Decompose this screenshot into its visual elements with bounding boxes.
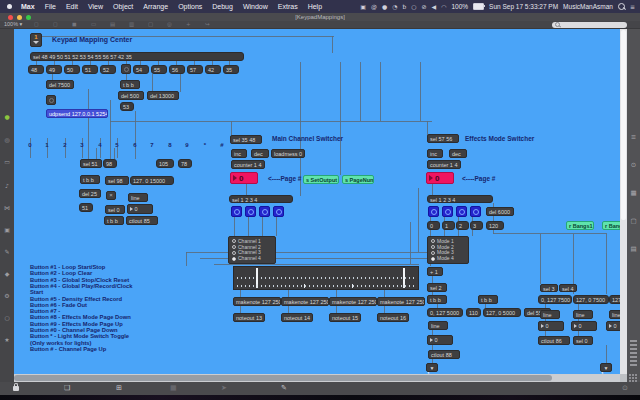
volume-icon[interactable]: ◀: [432, 3, 437, 10]
object-box-noteout-15[interactable]: noteout 15: [329, 313, 361, 322]
message-box-50[interactable]: 50: [64, 65, 80, 74]
power-icon[interactable]: ⊙: [622, 382, 628, 395]
message-box-54[interactable]: 54: [133, 65, 149, 74]
message-box-42[interactable]: 42: [205, 65, 221, 74]
grid-icon[interactable]: ▦: [170, 382, 177, 395]
dnd-icon[interactable]: ⊘: [422, 3, 427, 10]
resize-grid-icon[interactable]: [629, 374, 638, 382]
mixer-icon[interactable]: ≡: [627, 134, 640, 141]
at-icon[interactable]: @: [371, 3, 377, 10]
object-box-t-b-b[interactable]: t b b: [104, 216, 124, 225]
page-selector[interactable]: 1: [30, 33, 42, 47]
number-box[interactable]: 0: [426, 172, 454, 184]
lock-patcher-icon[interactable]: [13, 386, 19, 391]
display-icon[interactable]: ▣: [360, 3, 366, 10]
picture-icon[interactable]: ▣: [0, 227, 14, 233]
number-box[interactable]: 0: [571, 321, 597, 331]
object-box-sel-3[interactable]: sel 3: [540, 284, 558, 292]
toolbar-icon-4[interactable]: ▤: [110, 21, 115, 28]
multislider[interactable]: [233, 266, 419, 290]
slider-icon[interactable]: ▭: [0, 159, 14, 165]
search-input[interactable]: [552, 22, 627, 28]
object-box-sel-4[interactable]: sel 4: [559, 284, 577, 292]
keypad-button[interactable]: [259, 206, 270, 217]
bang-button[interactable]: [121, 64, 131, 74]
object-box-t-b-b[interactable]: t b b: [478, 295, 498, 304]
clock-icon[interactable]: ◔: [392, 3, 397, 10]
audio-icon[interactable]: ♪: [0, 183, 14, 189]
zoom-ladder-segment[interactable]: [630, 364, 637, 366]
message-box-2[interactable]: 2: [456, 221, 469, 230]
message-box-127-0-5000[interactable]: 127, 0 5000: [483, 308, 521, 317]
object-box-loadmess-0[interactable]: loadmess 0: [271, 149, 305, 158]
object-box-noteout-16[interactable]: noteout 16: [377, 313, 409, 322]
annotate-icon[interactable]: ✎: [0, 249, 14, 255]
keypad-button[interactable]: [442, 206, 453, 217]
zoom-ladder-segment[interactable]: [630, 360, 637, 362]
circle-icon[interactable]: ○: [411, 3, 416, 10]
toolbar-icon-3[interactable]: ▭: [91, 21, 96, 28]
object-box-t-b-b[interactable]: t b b: [80, 175, 100, 184]
menu-file[interactable]: File: [40, 3, 61, 10]
object-box-noteout-14[interactable]: noteout 14: [281, 313, 313, 322]
object-box-1[interactable]: + 1: [427, 267, 443, 276]
number-box[interactable]: 0: [538, 321, 564, 331]
message-box-53[interactable]: 53: [120, 102, 134, 111]
menu-object[interactable]: Object: [108, 3, 138, 10]
toolbar-icon-5[interactable]: ▥: [129, 21, 134, 28]
radiogroup[interactable]: Channel 1Channel 2Channel 3Channel 4: [228, 236, 276, 264]
toolbar-icon-2[interactable]: ◼: [72, 21, 77, 28]
message-box-0[interactable]: 0: [427, 221, 440, 230]
radio-option-channel-4[interactable]: Channel 4: [232, 256, 272, 261]
zoom-ladder-segment[interactable]: [630, 340, 637, 342]
apple-menu-icon[interactable]: [7, 4, 12, 9]
object-box-makenote-127-250[interactable]: makenote 127 250: [377, 297, 425, 306]
message-box-105[interactable]: 105: [156, 159, 174, 168]
message-box-120[interactable]: 120: [486, 221, 504, 230]
object-box-udpsend-127-0-0-1-5254[interactable]: udpsend 127.0.0.1 5254: [46, 109, 108, 118]
wifi-icon[interactable]: ◠: [441, 3, 446, 10]
menubar-user[interactable]: MusicManAsman: [563, 3, 613, 10]
presentation-icon[interactable]: ⊞: [116, 382, 122, 395]
object-box-sel-98[interactable]: sel 98: [105, 176, 129, 185]
menu-debug[interactable]: Debug: [207, 3, 238, 10]
toggle-box[interactable]: ×: [106, 191, 116, 200]
message-box-0-127-7500[interactable]: 0, 127 7500: [538, 295, 572, 304]
zoom-ladder-segment[interactable]: [630, 348, 637, 350]
object-box-counter-1-4[interactable]: counter 1 4: [231, 160, 265, 169]
menu-window[interactable]: Window: [238, 3, 273, 10]
settings-icon[interactable]: ⚙: [0, 293, 14, 299]
cursor-icon[interactable]: ➤: [221, 382, 227, 395]
object-box-line[interactable]: line: [540, 310, 560, 319]
object-box-ctlout-85[interactable]: ctlout 85: [126, 216, 158, 225]
grid-icon[interactable]: ▦: [627, 190, 640, 197]
object-box-sel-57-56[interactable]: sel 57 56: [427, 134, 459, 143]
object-box-dec[interactable]: dec: [449, 149, 467, 158]
square-icon[interactable]: ▢: [627, 218, 640, 225]
bluetooth-icon[interactable]: ƀ: [402, 3, 406, 10]
keypad-button[interactable]: [231, 206, 242, 217]
message-box-110[interactable]: 110: [466, 308, 481, 317]
shape-icon[interactable]: ◆: [0, 271, 14, 277]
keypad-button[interactable]: [245, 206, 256, 217]
send-object-s-pagenum[interactable]: s PageNum: [342, 175, 374, 184]
object-box-del-25[interactable]: del 25: [79, 189, 101, 198]
object-box-inc[interactable]: inc: [231, 149, 247, 158]
object-box-line[interactable]: line: [428, 321, 448, 330]
toolbar-icon-0[interactable]: ◻: [34, 21, 39, 28]
message-box-127-0-7[interactable]: 127, 0 7: [609, 295, 620, 304]
message-box-3[interactable]: 3: [470, 221, 483, 230]
message-box-127-0-7500[interactable]: 127, 0 7500: [573, 295, 609, 304]
list-icon[interactable]: ▤: [627, 246, 640, 253]
menu-help[interactable]: Help: [303, 3, 327, 10]
object-box-ctlout-86[interactable]: ctlout 86: [538, 336, 570, 345]
zoom-ladder-segment[interactable]: [630, 352, 637, 354]
object-box-line[interactable]: line: [128, 193, 148, 202]
circle-icon[interactable]: ○: [0, 315, 14, 321]
patchcord-icon[interactable]: ⋈: [0, 205, 14, 211]
object-box-sel-51[interactable]: sel 51: [80, 159, 102, 168]
number-box[interactable]: 0: [230, 172, 258, 184]
menu-options[interactable]: Options: [173, 3, 207, 10]
message-box-127-0-15000[interactable]: 127. 0 15000: [130, 176, 174, 185]
bang-button[interactable]: [46, 95, 56, 105]
